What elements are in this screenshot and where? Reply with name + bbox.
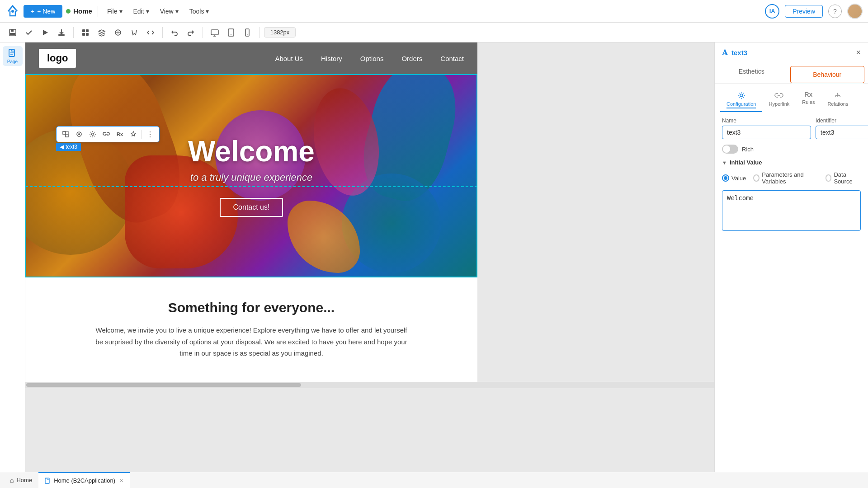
edit-menu-button[interactable]: Edit ▾ [130,6,153,17]
identifier-label: Identifier [816,117,868,124]
home-label: Home [66,7,92,15]
nav-orders[interactable]: Orders [401,55,422,62]
check-button[interactable] [22,25,36,40]
export-button[interactable] [54,25,69,40]
home-dot-icon [66,9,71,14]
sidebar-item-page[interactable]: Page [3,46,23,66]
radio-value[interactable]: Value [722,174,746,182]
config-tab-relations[interactable]: Relations [821,88,854,112]
sidebar: Page [0,42,25,472]
config-tab-label: Configuration [726,101,756,108]
section-arrow-icon: ▼ [722,160,727,165]
radio-params[interactable]: Parameters and Variables [753,171,818,185]
config-icon [737,91,746,100]
svg-rect-9 [86,33,89,36]
below-hero-section: Something for everyone... Welcome, we in… [25,277,477,382]
navigator-button[interactable] [111,25,125,40]
cf-link-button[interactable] [100,128,113,141]
identifier-group: Identifier [816,117,868,139]
help-button[interactable]: ? [828,5,842,18]
text3-name: text3 [66,144,77,150]
bottom-tab-b2c[interactable]: Home (B2CApplication) × [38,472,129,488]
svg-rect-2 [11,29,14,32]
new-label: + New [37,8,55,15]
undo-button[interactable] [167,25,182,40]
save-button[interactable] [5,25,20,40]
tools-menu-button[interactable]: Tools ▾ [186,6,213,17]
cf-rx-button[interactable]: Rx [113,128,126,141]
rich-toggle[interactable] [722,145,738,154]
tablet-view-button[interactable] [224,25,238,40]
canvas-float-toolbar: Rx ⋮ [56,126,160,142]
desktop-view-button[interactable] [208,25,222,40]
code-button[interactable] [143,25,158,40]
components-button[interactable] [78,25,93,40]
hero-section[interactable]: Welcome to a truly unique experience Con… [25,74,477,277]
new-button[interactable]: + + New [24,5,62,18]
svg-rect-8 [82,33,85,36]
cf-transform-button[interactable] [59,128,72,141]
config-tab-hyperlink[interactable]: Hyperlink [762,88,796,112]
nav-links: About Us History Options Orders Contact [275,55,464,62]
panel-close-button[interactable]: × [856,48,861,57]
tab-close-button[interactable]: × [120,477,123,484]
panel-tabs: Esthetics Behaviour [715,63,868,84]
preview-button[interactable]: Preview [785,5,823,18]
radio-params-label: Parameters and Variables [762,171,818,185]
view-chevron-icon: ▾ [175,8,179,15]
panel-header: 𝐀 text3 × [715,42,868,63]
config-tab-rules[interactable]: Rx Rules [796,88,821,112]
redo-button[interactable] [184,25,198,40]
bottom-tab-home[interactable]: ⌂ Home [4,472,38,488]
canvas-wrapper: logo About Us History Options Orders Con… [25,42,477,382]
css-button[interactable] [127,25,142,40]
scrollbar-thumb[interactable] [26,383,301,387]
svg-point-20 [78,133,80,135]
canvas-area[interactable]: logo About Us History Options Orders Con… [25,42,714,472]
contact-us-button[interactable]: Contact us! [220,198,283,217]
svg-point-13 [231,34,231,35]
hero-content: Welcome to a truly unique experience Con… [25,74,477,277]
tools-chevron-icon: ▾ [206,8,209,15]
sidebar-page-label: Page [7,59,18,64]
horizontal-scrollbar[interactable] [25,382,714,388]
site-nav: logo About Us History Options Orders Con… [25,42,477,74]
panel-body: Name Identifier Rich ▼ Initial Value [715,112,868,236]
bottom-bar: ⌂ Home Home (B2CApplication) × [0,472,868,488]
file-menu-button[interactable]: File ▾ [104,6,126,17]
tab-behaviour[interactable]: Behaviour [790,66,865,83]
play-button[interactable] [38,25,52,40]
nav-contact[interactable]: Contact [440,55,464,62]
svg-rect-7 [86,29,89,32]
text3-selected-label[interactable]: ◀ text3 [56,143,81,151]
cf-settings-button[interactable] [86,128,99,141]
main-layout: Page logo About Us History Options Order… [0,42,868,472]
radio-value-dot [724,176,727,180]
edit-chevron-icon: ▾ [146,8,149,15]
tab-esthetics[interactable]: Esthetics [715,63,788,83]
config-tab-configuration[interactable]: Configuration [720,88,762,112]
user-avatar[interactable] [847,4,863,19]
nav-history[interactable]: History [321,55,342,62]
nav-options[interactable]: Options [360,55,384,62]
layers-button[interactable] [94,25,109,40]
below-hero-title: Something for everyone... [52,300,450,315]
value-textarea[interactable]: Welcome [722,190,861,231]
radio-datasource[interactable]: Data Source [826,171,861,185]
cf-star-button[interactable] [127,128,140,141]
initial-value-header[interactable]: ▼ Initial Value [722,159,861,166]
name-input[interactable] [722,126,811,139]
new-plus-icon: + [31,8,34,15]
cf-more-button[interactable]: ⋮ [144,128,156,141]
mobile-view-button[interactable] [240,25,255,40]
view-menu-button[interactable]: View ▾ [156,6,182,17]
identifier-input[interactable] [816,126,868,139]
ia-button[interactable]: IA [765,4,779,19]
cf-circle-button[interactable] [73,128,85,141]
separator [98,6,98,17]
nav-about-us[interactable]: About Us [275,55,303,62]
svg-point-0 [11,10,14,13]
hyperlink-icon [774,91,783,100]
bottom-tab-b2c-label: Home (B2CApplication) [54,477,115,484]
top-right-actions: IA Preview ? [765,4,863,19]
